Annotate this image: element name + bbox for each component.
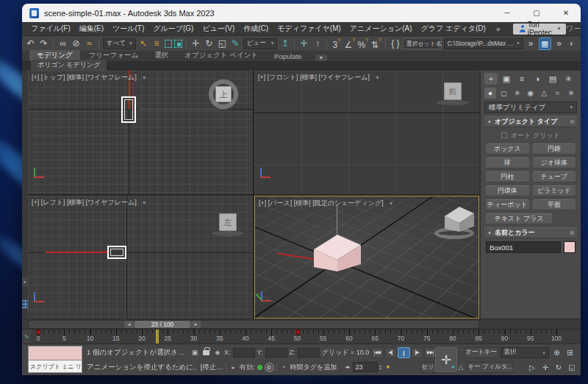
orbit-icon[interactable]: ↻ <box>553 362 564 373</box>
object-type-button[interactable]: ピラミッド <box>533 185 576 196</box>
object-type-rollout[interactable]: ▼ オブジェクト タイプ <box>484 116 577 127</box>
save-icon[interactable]: ▦ <box>539 38 551 50</box>
object-type-button[interactable]: テキスト プラス <box>486 213 552 224</box>
snaps-toggle-icon[interactable]: 3? <box>331 36 342 51</box>
field-of-view-icon[interactable]: ▷ <box>526 362 538 373</box>
degradation-value-badge[interactable]: 0 <box>265 363 274 372</box>
isolate-selection-icon[interactable]: ▣ <box>190 349 199 356</box>
menu-item[interactable]: グラフ エディタ(D) <box>417 24 490 34</box>
percent-snap-icon[interactable]: %? <box>357 36 368 51</box>
menu-overflow-icon[interactable]: » <box>490 25 506 33</box>
spinner-snap-icon[interactable]: ⇅? <box>370 36 381 51</box>
title-bar[interactable]: scene-simple-01.max - Autodesk 3ds Max 2… <box>22 4 581 22</box>
go-to-start-button[interactable]: |◀◀ <box>371 347 384 358</box>
per-view-filter-icon[interactable]: ▼ <box>142 200 147 205</box>
current-frame-field[interactable]: 23 <box>353 362 378 372</box>
menu-item[interactable]: ビュー(V) <box>198 24 239 34</box>
viewcube-left[interactable]: 左 <box>219 213 237 231</box>
select-link-icon[interactable]: ∞ <box>57 37 68 50</box>
select-and-rotate-icon[interactable]: ↻ <box>204 37 215 50</box>
ribbon-tab-オブジェクト ペイント[interactable]: オブジェクト ペイント <box>177 50 265 61</box>
layout-flyout-arrow[interactable]: ▸ <box>22 277 28 286</box>
cameras-tab[interactable]: ◉ <box>525 88 537 99</box>
hierarchy-tab[interactable]: ≡ <box>515 73 528 85</box>
rectangular-selection-region-icon[interactable] <box>165 40 173 48</box>
systems-tab[interactable]: ✳ <box>565 88 577 99</box>
object-type-button[interactable]: チューブ <box>533 171 576 182</box>
unlink-selection-icon[interactable]: ⊘ <box>71 37 82 50</box>
object-type-button[interactable]: 円柱 <box>486 171 529 182</box>
per-view-filter-icon[interactable]: ▼ <box>375 75 380 80</box>
keyboard-shortcut-override-icon[interactable]: ↑ <box>312 37 323 50</box>
next-frame-button[interactable]: ||▶ <box>411 347 423 358</box>
maximize-viewport-toggle-icon[interactable]: ◱ <box>566 362 578 373</box>
go-to-end-button[interactable]: ▶▶| <box>424 347 437 358</box>
pan-icon[interactable]: ✛ <box>539 362 551 373</box>
viewcube-front[interactable]: 前 <box>444 82 462 100</box>
listener-script-pane[interactable]: スクリプト ミニ リス <box>28 360 82 373</box>
time-slider-track[interactable]: ◂ 23 / 100 ▸ <box>28 320 479 329</box>
current-frame-marker[interactable] <box>156 330 159 344</box>
previous-frame-button[interactable]: ◀|| <box>384 347 397 358</box>
zoom-extents-icon[interactable]: ⊙ <box>578 347 579 358</box>
key-selection-dropdown[interactable]: 選択 ▾ <box>501 347 549 358</box>
autogrid-checkbox[interactable] <box>501 132 507 138</box>
named-selection-field[interactable]: 選択セット名 <box>403 38 441 49</box>
angle-snap-icon[interactable]: ∠? <box>344 36 355 51</box>
select-and-place-icon[interactable]: ✎ <box>230 37 241 50</box>
new-key-filter-icon[interactable]: △ <box>456 363 465 371</box>
menu-item[interactable]: 作成(C) <box>239 24 273 34</box>
motion-tab[interactable]: ◑ <box>531 73 544 85</box>
window-crossing-icon[interactable] <box>174 40 182 48</box>
object-type-button[interactable]: 円環体 <box>486 185 529 196</box>
menu-item[interactable]: アニメーション(A) <box>345 24 417 34</box>
object-type-button[interactable]: ジオ球体 <box>533 157 576 168</box>
close-button[interactable]: ✕ <box>551 4 581 22</box>
ribbon-more-icon[interactable]: ▾ <box>315 54 327 61</box>
frame-step-arrows[interactable]: ◂▸ <box>345 364 351 370</box>
viewport-front-label[interactable]: [+] [フロント] [標準] [ワイヤフレーム]▼ <box>258 73 380 82</box>
object-type-button[interactable]: ボックス <box>486 143 529 154</box>
polygon-modeling-tab[interactable]: ポリゴン モデリング <box>31 60 107 71</box>
absolute-offset-mode-icon[interactable]: ◈ <box>213 349 222 356</box>
name-and-color-rollout[interactable]: ▼ 名前とカラー <box>484 227 577 238</box>
menu-item[interactable]: ツール(T) <box>108 24 148 34</box>
display-tab[interactable]: ▤ <box>546 73 559 85</box>
time-slider-handle[interactable]: ◂ 23 / 100 ▸ <box>124 321 201 328</box>
auto-key-button[interactable]: オートキー <box>465 347 498 358</box>
mini-curve-editor-toggle[interactable]: ∿ <box>22 330 31 344</box>
key-mode-toggle-icon[interactable]: ✦ <box>384 363 392 371</box>
object-color-swatch[interactable] <box>564 241 576 253</box>
next-frame-arrow[interactable]: ▸ <box>191 321 201 328</box>
keyframe-marker[interactable] <box>37 330 40 335</box>
maxscript-mini-listener[interactable]: スクリプト ミニ リス <box>28 346 82 374</box>
render-setup-icon[interactable]: ◐ <box>567 37 578 50</box>
object-type-button[interactable]: 球 <box>486 157 529 168</box>
per-view-filter-icon[interactable]: ▼ <box>142 75 147 80</box>
menu-item[interactable]: 編集(E) <box>75 24 108 34</box>
ribbon-tab-選択[interactable]: 選択 <box>147 50 176 61</box>
listener-macro-pane[interactable] <box>28 346 82 360</box>
select-and-move-icon[interactable]: ✛ <box>190 37 201 50</box>
minimize-button[interactable]: ─ <box>492 4 522 22</box>
selection-filter-dropdown[interactable]: すべて▾ <box>103 38 136 49</box>
ribbon-tab-Populate[interactable]: Populate <box>267 51 309 61</box>
object-type-button[interactable]: 円錐 <box>533 143 576 154</box>
select-and-manipulate-icon[interactable]: ✛ <box>298 37 309 50</box>
menu-item[interactable]: グループ(G) <box>148 24 198 34</box>
time-tag-label[interactable]: 時間タグを追加 <box>290 363 343 372</box>
key-filters-button[interactable]: キー フィルタ... <box>467 362 513 373</box>
object-name-field[interactable]: Box001 <box>486 241 561 253</box>
keyframe-marker[interactable] <box>296 330 300 335</box>
redo-icon[interactable]: ↷ <box>38 37 49 50</box>
modify-tab[interactable]: ▣ <box>500 73 513 85</box>
helpers-tab[interactable]: △ <box>538 88 550 99</box>
per-view-filter-icon[interactable]: ▼ <box>389 201 394 206</box>
viewport-left[interactable]: [+] [レフト] [標準] [ワイヤフレーム]▼ 左 <box>28 196 253 319</box>
space-warps-tab[interactable]: ≈ <box>551 88 563 99</box>
set-keys-big-button[interactable]: ✛ ▸ <box>435 347 457 372</box>
toolbar-overflow2-icon[interactable]: » <box>553 37 564 50</box>
menu-item[interactable]: ファイル(F) <box>26 24 75 34</box>
viewport-front[interactable]: [+] [フロント] [標準] [ワイヤフレーム]▼ 前 <box>254 71 479 194</box>
select-object-icon[interactable]: ↖ <box>138 37 149 50</box>
